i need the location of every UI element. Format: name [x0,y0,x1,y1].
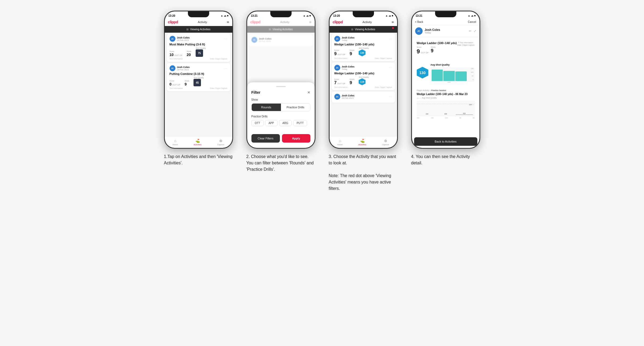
shots-num-3-1: 9 [350,52,352,56]
wifi-icon-2: ☁ [306,14,309,17]
filter-icon-2: ⊞ [269,28,271,31]
home-icon-1: ⌂ [174,139,176,143]
app-header-title-2: Activity [280,20,289,24]
drill-tag-ott[interactable]: OTT [251,120,264,126]
app-logo-1: clippd [168,20,178,24]
avg-sq-card: 130 Avg Shot Quality 130 100 50 0 [414,61,477,86]
home-label-1: Home [172,143,178,146]
more-dots-3-3[interactable]: ··· [389,95,392,99]
score-num-3-2: 7 [334,80,337,85]
viewing-banner-3[interactable]: ⊞ Viewing Activities [330,26,397,33]
shots-group-1-2: Shots 9 [184,80,189,86]
card-header-3-3: JC Josh Coles 28 Feb 2023 ··· [334,94,392,100]
shots-label-4: Shots [431,46,436,48]
page-wrapper: 13:20 ▲ ☁ ■ clippd Activity ≡ ⊞ Viewin [161,11,483,192]
nav-home-3[interactable]: ⌂ Home [337,139,343,146]
shots-value-3-1: 9 [350,52,354,56]
modal-title: Filter [251,90,260,95]
user-date-3-1: Today [342,39,355,41]
sq-label-3-2: Shot Quality [359,76,369,78]
more-dots-1-2[interactable]: ··· [224,66,227,70]
card-title-1-1: Must Make Putting (3-6 ft) [170,43,228,46]
activity-list-3: JC Josh Coles Today ··· Wedge Ladder (10… [330,33,397,136]
drill-tag-app[interactable]: APP [265,120,277,126]
sq-group-1-2: Shot Quality 45 [193,77,204,86]
sq-hex-3-2: 118 [359,78,365,85]
nav-home-1[interactable]: ⌂ Home [172,139,178,146]
card-footer-3-1: Test Information Data: Clippd Capture [334,57,392,59]
score-label-1-2: Score [170,80,180,82]
score-label-1-1: Score [170,50,183,52]
detail-header: < Back Cancel [412,19,479,25]
hamburger-icon-1[interactable]: ≡ [227,20,229,24]
activities-icon-1: ⛳ [195,139,200,143]
edit-icon[interactable]: ✏ [469,29,472,33]
activity-card-1-2[interactable]: JC Josh Coles 28 Feb 2023 ··· Putting Co… [167,63,230,91]
modal-actions: Clear Filters Apply [251,134,310,143]
nav-capture-3[interactable]: ⊕ Capture [382,139,389,146]
shots-value-1-1: 20 [187,53,191,57]
user-date-1-2: 28 Feb 2023 [177,69,190,71]
detail-user-info: Josh Coles Today [425,28,440,34]
activity-card-3-1[interactable]: JC Josh Coles Today ··· Wedge Ladder (10… [332,34,395,61]
user-info-1-1: Josh Coles 28 Feb 2023 [177,36,190,41]
chart-bars [432,68,467,81]
nav-activities-1[interactable]: ⛳ Activities [193,139,201,146]
score-value-1-1: 10 OUT OF [170,53,183,57]
sq-hex-large: 130 [417,67,428,79]
more-dots-3-2[interactable]: ··· [389,66,392,70]
card-user-3-3: JC Josh Coles 28 Feb 2023 [334,94,355,100]
score-num-3-1: 9 [334,52,337,56]
phone-notch-2 [270,11,292,17]
score-value-3-2: 7 OUT OF [334,80,346,85]
activity-card-3-2[interactable]: JC Josh Coles Today ··· Wedge Ladder (10… [332,63,395,90]
phone-4-frame: 13:21 ▲ ☁ ■ < Back Cancel JC [411,11,480,149]
more-dots-3-1[interactable]: ··· [389,37,392,41]
shots-4: 9 [431,48,433,53]
apply-button[interactable]: Apply [282,134,310,143]
sq-group-3-2: Shot Quality 118 [359,76,369,85]
footer-data-1-2: Data: Clippd Capture [210,87,227,89]
drill-tag-arg[interactable]: ARG [279,120,292,126]
more-dots-1-1[interactable]: ··· [224,37,227,41]
expand-icon[interactable]: ⤢ [474,29,476,33]
card-title-1-2: Putting Combine (3-15 ft) [170,72,228,75]
wifi-icon-3: ☁ [389,14,391,17]
avatar-3-2: JC [334,65,340,71]
detail-user-name: Josh Coles [425,28,440,31]
caption-1: 1.Tap on Activities and then 'Viewing Ac… [164,153,233,166]
status-icons-4: ▲ ☁ ■ [468,14,475,17]
viewing-banner-1[interactable]: ⊞ Viewing Activities [165,26,232,33]
main-score-card: Wedge Ladder (100–140 yds) Score 9 OUT O… [414,39,477,60]
app-logo-2: clippd [250,20,260,24]
caption-2: 2. Choose what you'd like to see. You ca… [246,153,315,173]
status-time-3: 13:20 [333,14,340,17]
nav-activities-3[interactable]: ⛳ Activities [358,139,366,146]
shots-num-1-2: 9 [184,82,187,86]
status-time-2: 13:21 [251,14,258,17]
wifi-icon-4: ☁ [471,14,473,17]
sq-badge-1-2: 45 [193,79,201,86]
viewing-banner-2: ⊞ Viewing Activities [247,26,315,33]
toggle-practice-drills[interactable]: Practice Drills [281,104,310,111]
bar-1 [432,70,443,81]
toggle-rounds[interactable]: Rounds [252,104,281,111]
app-header-1: clippd Activity ≡ [165,19,232,26]
hamburger-icon-3[interactable]: ≡ [392,20,394,24]
card-title-3-1: Wedge Ladder (100–140 yds) [334,43,392,46]
back-to-activities-button[interactable]: Back to Activities [414,137,477,146]
clear-filters-button[interactable]: Clear Filters [251,134,280,143]
data-source-4: Data: Clippd Capture [457,44,474,46]
user-name-3-3: Josh Coles [342,94,355,97]
score-label-4: Score [417,46,429,48]
activity-card-3-3[interactable]: JC Josh Coles 28 Feb 2023 ··· [332,92,395,103]
phone-2-frame: 13:21 ▲ ☁ ■ clippd Activity ≡ ⊞ [246,11,315,149]
close-button[interactable]: ✕ [307,90,310,95]
back-button[interactable]: < Back [415,20,423,23]
nav-capture-1[interactable]: ⊕ Capture [217,139,224,146]
score-num-1-1: 10 [170,53,174,57]
battery-icon-3: ■ [392,14,393,17]
activity-card-1-1[interactable]: JC Josh Coles 28 Feb 2023 ··· Must Make … [167,34,230,62]
cancel-button[interactable]: Cancel [468,20,476,23]
drill-tag-putt[interactable]: PUTT [293,120,307,126]
